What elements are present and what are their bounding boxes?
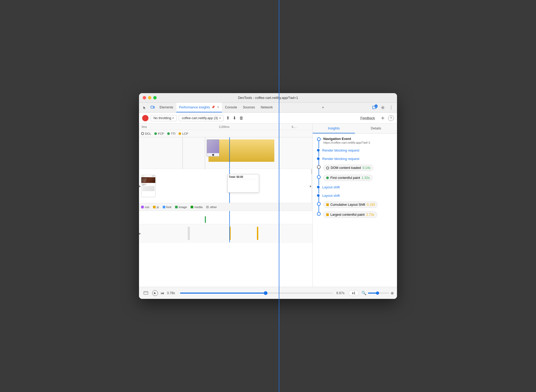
nav-event-subtitle: https://coffee-cart.netlify.app/?ad=1: [323, 141, 393, 144]
fcp-dot: [317, 175, 321, 179]
settings-gear-icon[interactable]: [379, 114, 386, 122]
nd-cursor-2: [229, 224, 230, 242]
bottom-toolbar: ▶ ⏮ 3.78s 6.67s x1 🔍 ⊕: [139, 287, 397, 299]
tti-label: TTI: [171, 132, 175, 135]
svg-rect-1: [153, 107, 155, 108]
fcp-label: First contentful paint: [330, 176, 360, 180]
network-detail-row-2: ▶: [139, 224, 312, 243]
svg-point-3: [382, 107, 384, 108]
tab-console[interactable]: Console: [222, 103, 240, 112]
dcl-legend: DCL: [141, 132, 151, 135]
network-timeline: ⬛: [139, 137, 312, 169]
fcp-legend: FCP: [154, 132, 164, 135]
time-marker-3200ms: 3,200ms: [219, 125, 229, 128]
nd-cursor-1: [229, 211, 230, 224]
legend-media: media: [191, 205, 202, 209]
legend-js: js: [153, 205, 159, 209]
close-button[interactable]: [143, 96, 146, 99]
lcp-dot: [317, 212, 321, 216]
tab-performance-insights[interactable]: Performance insights 📌 ✕: [176, 103, 222, 112]
site-preview-left: menu cart (0) Free 1 bag ofcoffee beansf…: [141, 175, 156, 197]
panel-scrollbar[interactable]: [311, 169, 312, 203]
dom-loaded-value: 0.14s: [363, 166, 371, 170]
cls-entry: Cumulative Layout Shift 0.193: [317, 202, 393, 208]
dcl-label: DCL: [145, 132, 151, 135]
fcp-content: First contentful paint 1.32s: [323, 175, 393, 181]
titlebar: DevTools - coffee-cart.netlify.app/?ad=1: [139, 93, 397, 103]
help-icon[interactable]: ?: [388, 115, 394, 121]
performance-toolbar: No throttling ▾ coffee-cart.netlify.app …: [139, 113, 397, 124]
skip-to-start-button[interactable]: ⏮: [161, 291, 164, 295]
chevron-down-icon: ▾: [172, 117, 174, 119]
delete-icon[interactable]: 🗑: [239, 115, 244, 121]
more-options-icon[interactable]: ⋮: [388, 104, 395, 111]
timeline-entries: Navigation Event https://coffee-cart.net…: [317, 137, 393, 218]
playback-slider[interactable]: [180, 293, 333, 294]
nav-event-content: Navigation Event https://coffee-cart.net…: [323, 137, 393, 144]
speed-badge[interactable]: x1: [349, 290, 359, 296]
throttling-dropdown[interactable]: No throttling ▾: [151, 115, 177, 121]
layout-shift-2-dot: [317, 194, 320, 197]
cls-label: Cumulative Layout Shift: [330, 203, 365, 207]
more-tabs-button[interactable]: »: [320, 103, 327, 112]
cls-chip: Cumulative Layout Shift 0.193: [323, 202, 378, 208]
play-button[interactable]: ▶: [152, 290, 158, 296]
insights-panel: Insights Details Navigation Event https:…: [313, 124, 397, 287]
upload-icon[interactable]: ⬆: [226, 115, 230, 121]
zoom-slider[interactable]: [368, 293, 389, 294]
devtools-window: DevTools - coffee-cart.netlify.app/?ad=1…: [139, 93, 397, 299]
cls-dot: [317, 202, 321, 206]
screenshot-thumbnail-network: ⬛: [207, 139, 219, 157]
render-blocking-2-link[interactable]: Render blocking request: [322, 157, 359, 161]
layout-shift-2-link[interactable]: Layout shift: [322, 194, 340, 198]
layout-shift-1-entry: Layout shift: [317, 185, 393, 189]
download-icon[interactable]: ⬇: [232, 115, 237, 121]
zoom-out-icon[interactable]: 🔍: [361, 291, 366, 295]
device-toggle-icon[interactable]: [149, 104, 156, 111]
layout-shift-1-link[interactable]: Layout shift: [322, 185, 340, 189]
chat-icon[interactable]: 1: [371, 104, 378, 111]
lcp-entry: Largest contentful paint 2.73s: [317, 212, 393, 218]
cursor-icon[interactable]: [141, 104, 148, 111]
lcp-square-icon: [326, 213, 329, 216]
feedback-link[interactable]: Feedback: [360, 116, 375, 120]
tab-sources[interactable]: Sources: [240, 103, 257, 112]
lcp-value: 2.73s: [366, 213, 374, 217]
zoom-in-icon[interactable]: ⊕: [391, 291, 394, 295]
render-blocking-2-content: Render blocking request: [322, 156, 393, 161]
tab-details[interactable]: Details: [355, 124, 397, 133]
maximize-button[interactable]: [153, 96, 157, 99]
pin-icon: 📌: [211, 105, 215, 109]
time-ruler: 0ms 3,200ms 6,…: [139, 124, 312, 130]
render-blocking-2-entry: Render blocking request: [317, 156, 393, 161]
legend-css: css: [141, 205, 149, 209]
expand-arrow-2[interactable]: ▶: [139, 232, 141, 235]
insights-content: Navigation Event https://coffee-cart.net…: [313, 134, 397, 287]
fcp-green-icon: [326, 177, 329, 179]
chevron-down-icon: ▾: [219, 117, 221, 119]
network-detail-row-1: [139, 211, 312, 224]
lcp-label: LCP: [182, 132, 188, 135]
lcp-label: Largest contentful paint: [330, 213, 365, 217]
settings-icon[interactable]: [379, 104, 386, 111]
render-blocking-2-dot: [317, 157, 320, 160]
main-content: 0ms 3,200ms 6,… DCL FCP TTI: [139, 124, 397, 287]
timeline-cursor[interactable]: [229, 137, 230, 169]
record-button[interactable]: [142, 115, 148, 121]
render-blocking-1-link[interactable]: Render blocking request: [322, 148, 359, 152]
svg-rect-5: [144, 292, 148, 294]
svg-point-4: [382, 117, 384, 119]
lcp-content: Largest contentful paint 2.73s: [323, 212, 393, 218]
tab-network[interactable]: Network: [258, 103, 275, 112]
legend-font: font: [163, 205, 171, 209]
dom-loaded-chip: DOM content loaded 0.14s: [323, 165, 373, 171]
tab-insights[interactable]: Insights: [313, 124, 355, 133]
minimize-button[interactable]: [148, 96, 151, 99]
legend-cursor: [279, 124, 279, 287]
url-dropdown[interactable]: coffee-cart.netlify.app (3) ▾: [179, 115, 223, 121]
close-tab-icon[interactable]: ✕: [217, 105, 219, 109]
screenshot-toggle-icon[interactable]: [142, 289, 150, 297]
dom-loaded-label: DOM content loaded: [331, 166, 361, 170]
tab-elements[interactable]: Elements: [157, 103, 176, 112]
dom-loaded-content: DOM content loaded 0.14s: [323, 165, 393, 171]
